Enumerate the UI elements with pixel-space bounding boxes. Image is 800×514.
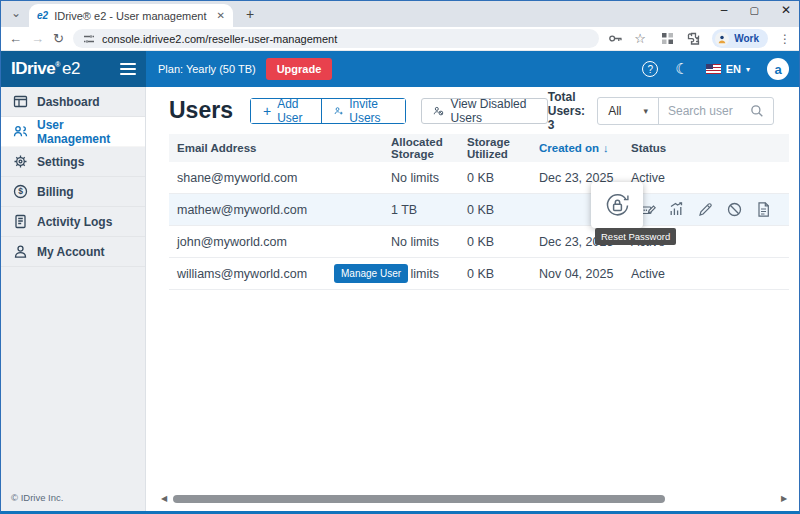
browser-window: ⌄ e2 IDrive® e2 - User management ✕ + – …: [0, 0, 800, 514]
profile-label: Work: [734, 33, 759, 44]
sidebar-item-dashboard[interactable]: Dashboard: [1, 87, 145, 117]
language-label: EN: [726, 63, 741, 75]
bookmark-star-icon[interactable]: ☆: [634, 31, 649, 46]
sidebar-item-label: My Account: [37, 245, 105, 259]
sidebar-item-label: Dashboard: [37, 95, 100, 109]
reload-icon[interactable]: ↻: [53, 31, 64, 46]
scroll-right-icon[interactable]: ▶: [781, 494, 789, 503]
site-info-icon[interactable]: [83, 33, 95, 45]
cell-email: shane@myworld.com: [177, 171, 391, 185]
table-row[interactable]: williams@myworld.com No limits 0 KB Nov …: [169, 258, 789, 290]
cell-status: Active: [631, 267, 789, 281]
column-created-on-sort[interactable]: Created on ↓: [539, 142, 631, 154]
cell-allocated: No limits: [391, 235, 467, 249]
sidebar-item-my-account[interactable]: My Account: [1, 237, 145, 267]
table-row-hovered[interactable]: mathew@myworld.com 1 TB 0 KB: [169, 194, 789, 226]
invite-users-button[interactable]: Invite Users: [321, 99, 405, 123]
cell-allocated: 1 TB: [391, 203, 467, 217]
user-action-button-group: + Add User Invite Users: [250, 98, 406, 124]
app-header: IDrive®e2 Plan: Yearly (50 TB) Upgrade ?…: [1, 51, 799, 87]
forward-icon[interactable]: →: [31, 31, 44, 46]
sidebar-item-settings[interactable]: Settings: [1, 147, 145, 177]
search-icon[interactable]: [750, 104, 764, 118]
scrollbar-thumb[interactable]: [173, 495, 665, 503]
sidebar-item-user-management[interactable]: User Management: [1, 117, 145, 147]
invite-user-icon: [334, 104, 344, 118]
chevron-down-icon: ▾: [643, 106, 648, 116]
minimize-button[interactable]: –: [721, 3, 728, 17]
us-flag-icon: [706, 64, 721, 74]
dashboard-icon: [13, 94, 28, 109]
column-status: Status: [631, 142, 789, 154]
person-icon: [13, 244, 28, 259]
address-bar[interactable]: console.idrivee2.com/reseller-user-manag…: [73, 29, 599, 48]
sidebar-item-label: User Management: [37, 118, 133, 146]
cell-utilized: 0 KB: [467, 203, 539, 217]
column-storage-utilized: Storage Utilized: [467, 136, 539, 160]
copyright-text: © IDrive Inc.: [11, 492, 63, 503]
cell-email: john@myworld.com: [177, 235, 391, 249]
toolbar-extension-icon[interactable]: [660, 31, 675, 46]
page-header-row: Users + Add User Invite Users View Disab…: [146, 87, 799, 134]
tab-strip: ⌄ e2 IDrive® e2 - User management ✕ + – …: [1, 1, 799, 27]
disable-user-icon[interactable]: [726, 201, 743, 218]
billing-icon: $: [13, 184, 28, 199]
profile-avatar-icon: [715, 32, 729, 46]
language-selector[interactable]: EN ▾: [706, 63, 750, 75]
tab-title: IDrive® e2 - User management: [54, 10, 210, 22]
chevron-down-icon: ▾: [746, 65, 750, 74]
account-avatar[interactable]: a: [767, 58, 789, 80]
browser-tab[interactable]: e2 IDrive® e2 - User management ✕: [29, 4, 233, 27]
table-header-row: Email Address Allocated Storage Storage …: [169, 134, 789, 162]
sidebar-item-label: Settings: [37, 155, 84, 169]
extensions-puzzle-icon[interactable]: [686, 31, 701, 46]
dark-mode-moon-icon[interactable]: ☾: [675, 60, 688, 78]
browser-menu-icon[interactable]: ⋮: [779, 32, 791, 46]
sidebar-item-label: Billing: [37, 185, 74, 199]
view-disabled-users-button[interactable]: View Disabled Users: [421, 98, 548, 124]
header-right: ? ☾ EN ▾ a: [642, 58, 799, 80]
reset-password-button[interactable]: [591, 182, 643, 228]
sort-desc-icon: ↓: [603, 142, 609, 154]
sidebar-item-billing[interactable]: $ Billing: [1, 177, 145, 207]
back-icon[interactable]: ←: [9, 31, 22, 46]
search-input[interactable]: [668, 104, 750, 118]
logo-zone: IDrive®e2: [1, 51, 146, 87]
manage-user-button[interactable]: Manage User: [334, 264, 408, 283]
scroll-left-icon[interactable]: ◀: [161, 494, 169, 503]
row-action-icons: [639, 194, 772, 225]
window-controls: – ▢ ✕: [721, 3, 791, 17]
hamburger-menu-icon[interactable]: [120, 63, 136, 75]
scrollbar-track[interactable]: [169, 495, 781, 503]
filter-search-group: All ▾: [597, 97, 774, 125]
user-filter-dropdown[interactable]: All ▾: [598, 104, 658, 118]
usage-stats-icon[interactable]: [668, 201, 685, 218]
reset-password-tooltip: Reset Password: [595, 228, 676, 245]
browser-toolbar: ← → ↻ console.idrivee2.com/reseller-user…: [1, 27, 799, 51]
sidebar-item-activity-logs[interactable]: Activity Logs: [1, 207, 145, 237]
main-content: Users + Add User Invite Users View Disab…: [146, 87, 799, 511]
close-window-button[interactable]: ✕: [781, 3, 791, 17]
cell-created: Nov 04, 2025: [539, 267, 631, 281]
add-user-button[interactable]: + Add User: [251, 99, 321, 123]
user-logs-icon[interactable]: [755, 201, 772, 218]
browser-profile-chip[interactable]: Work: [712, 29, 768, 48]
tab-search-icon[interactable]: ⌄: [11, 6, 21, 20]
edit-user-icon[interactable]: [697, 201, 714, 218]
table-controls: Total Users: 3 All ▾: [548, 90, 774, 132]
cell-allocated: No limits: [391, 171, 467, 185]
tab-close-icon[interactable]: ✕: [217, 10, 225, 21]
app-body: Dashboard User Management Settings $ Bil…: [1, 87, 799, 511]
maximize-button[interactable]: ▢: [749, 3, 758, 17]
password-key-icon[interactable]: [608, 31, 623, 46]
cell-utilized: 0 KB: [467, 171, 539, 185]
site-favicon: e2: [37, 10, 48, 21]
table-row[interactable]: john@myworld.com No limits 0 KB Dec 23, …: [169, 226, 789, 258]
table-row[interactable]: shane@myworld.com No limits 0 KB Dec 23,…: [169, 162, 789, 194]
sidebar-item-label: Activity Logs: [37, 215, 112, 229]
upgrade-button[interactable]: Upgrade: [266, 58, 333, 80]
help-icon[interactable]: ?: [642, 61, 658, 77]
new-tab-button[interactable]: +: [246, 6, 254, 22]
idrive-e2-logo[interactable]: IDrive®e2: [11, 59, 80, 79]
horizontal-scrollbar: ◀ ▶: [161, 494, 789, 503]
